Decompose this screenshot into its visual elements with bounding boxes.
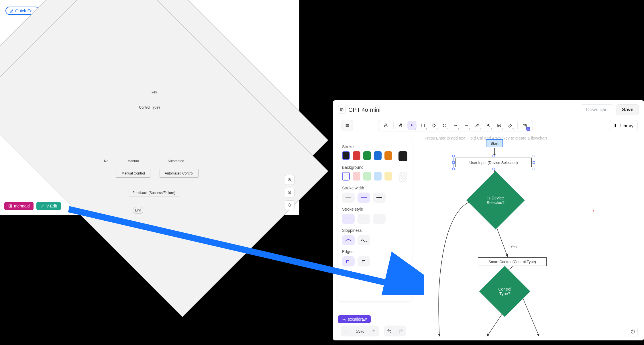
tool-image[interactable]: 9 bbox=[494, 121, 504, 130]
tool-text[interactable]: A8 bbox=[484, 121, 493, 130]
zoom-reset-icon bbox=[287, 190, 292, 195]
svg-rect-24 bbox=[421, 124, 425, 127]
svg-line-45 bbox=[521, 293, 539, 336]
tool-rect[interactable]: 2 bbox=[418, 121, 427, 130]
node-feedback: Feedback (Success/Failure) bbox=[129, 189, 179, 197]
panel-excalidraw: GPT-4o-mini Download Save 1 2 3 4 5 6 7 … bbox=[333, 100, 644, 340]
download-button[interactable]: Download bbox=[581, 104, 613, 115]
svg-rect-28 bbox=[497, 124, 501, 127]
header: GPT-4o-mini Download Save bbox=[333, 100, 644, 117]
node-decision-type: Control Type? bbox=[0, 35, 31, 66]
arrow-icon bbox=[453, 123, 458, 128]
hand-icon bbox=[399, 123, 403, 128]
svg-line-10 bbox=[290, 181, 291, 182]
library-label: Library bbox=[620, 123, 633, 128]
library-button[interactable]: Library bbox=[609, 120, 638, 131]
book-icon bbox=[613, 123, 618, 128]
v-edit-button[interactable]: V-Edit bbox=[36, 202, 61, 210]
edge-label-yes: Yes bbox=[151, 90, 157, 94]
diamond-icon bbox=[431, 123, 436, 128]
toolbar: 1 2 3 4 5 6 7 A8 9 0 AI bbox=[378, 120, 533, 131]
v-edit-label: V-Edit bbox=[46, 204, 57, 208]
zoom-in-icon bbox=[287, 178, 292, 182]
zoom-controls bbox=[285, 175, 294, 210]
zoom-out-icon bbox=[287, 203, 292, 207]
tool-ellipse[interactable]: 4 bbox=[440, 121, 449, 130]
eraser-icon bbox=[508, 123, 512, 128]
svg-point-30 bbox=[524, 124, 525, 125]
tool-pointer[interactable]: 1 bbox=[407, 121, 417, 130]
tool-eraser[interactable]: 0 bbox=[505, 121, 515, 130]
pencil-icon bbox=[475, 123, 480, 128]
zoom-reset-button[interactable] bbox=[285, 188, 294, 197]
node-end: End bbox=[133, 207, 143, 214]
hamburger-icon bbox=[345, 124, 350, 128]
gear-icon bbox=[8, 204, 12, 208]
edge-label-yes: Yes bbox=[511, 245, 517, 249]
line-icon bbox=[464, 123, 469, 128]
tool-hand[interactable] bbox=[396, 121, 406, 130]
text-icon: A bbox=[486, 123, 490, 128]
model-title: GPT-4o-mini bbox=[338, 106, 380, 113]
menu-button[interactable] bbox=[341, 120, 353, 131]
edge-label-automated: Automated bbox=[168, 159, 184, 163]
node-decision-type[interactable]: Control Type? bbox=[487, 273, 523, 309]
node-user-input[interactable]: User Input (Device Selection) bbox=[455, 158, 532, 167]
lock-icon bbox=[384, 123, 388, 128]
node-manual: Manual Control bbox=[116, 169, 150, 178]
swap-icon bbox=[40, 204, 44, 208]
zoom-out-button[interactable] bbox=[285, 200, 294, 210]
node-automated: Automated Control bbox=[160, 169, 199, 178]
svg-point-18 bbox=[10, 205, 11, 207]
tool-diamond[interactable]: 3 bbox=[429, 121, 438, 130]
flowchart-a: Start User Input (Device Selection) Is D… bbox=[0, 4, 299, 211]
edge-label-no: No bbox=[104, 159, 108, 163]
svg-point-25 bbox=[443, 124, 446, 127]
svg-line-16 bbox=[290, 206, 291, 207]
image-icon bbox=[497, 123, 501, 128]
model-icon bbox=[338, 106, 345, 113]
mermaid-label: mermaid bbox=[14, 204, 30, 208]
canvas[interactable]: Press Enter to add text. Hold Ctrl and A… bbox=[333, 130, 644, 340]
pointer-icon bbox=[410, 124, 414, 128]
tool-ai[interactable]: AI bbox=[521, 121, 530, 130]
zoom-in-button[interactable] bbox=[285, 175, 294, 185]
model-name: GPT-4o-mini bbox=[348, 107, 380, 113]
svg-rect-31 bbox=[525, 126, 527, 127]
svg-rect-23 bbox=[384, 125, 387, 127]
mermaid-button[interactable]: mermaid bbox=[4, 202, 34, 210]
tool-lock[interactable] bbox=[381, 121, 390, 130]
svg-line-14 bbox=[290, 193, 291, 194]
svg-point-29 bbox=[498, 125, 499, 126]
footer-buttons: mermaid V-Edit bbox=[4, 202, 61, 210]
node-smart-control[interactable]: Smart Control (Control Type) bbox=[478, 257, 547, 266]
circle-icon bbox=[442, 123, 447, 128]
panel-mermaid-preview: Quick Edit Start User Input (De bbox=[0, 0, 299, 215]
tool-line[interactable]: 6 bbox=[462, 121, 471, 130]
node-decision-selected[interactable]: Is Device Selected? bbox=[475, 180, 516, 221]
edge-label-manual: Manual bbox=[127, 159, 139, 163]
node-start[interactable]: Start bbox=[486, 139, 503, 147]
tool-arrow[interactable]: 5 bbox=[451, 121, 460, 130]
tool-draw[interactable]: 7 bbox=[473, 121, 482, 130]
rect-icon bbox=[421, 123, 425, 128]
cursor-dot bbox=[593, 210, 594, 211]
save-button[interactable]: Save bbox=[616, 104, 639, 115]
